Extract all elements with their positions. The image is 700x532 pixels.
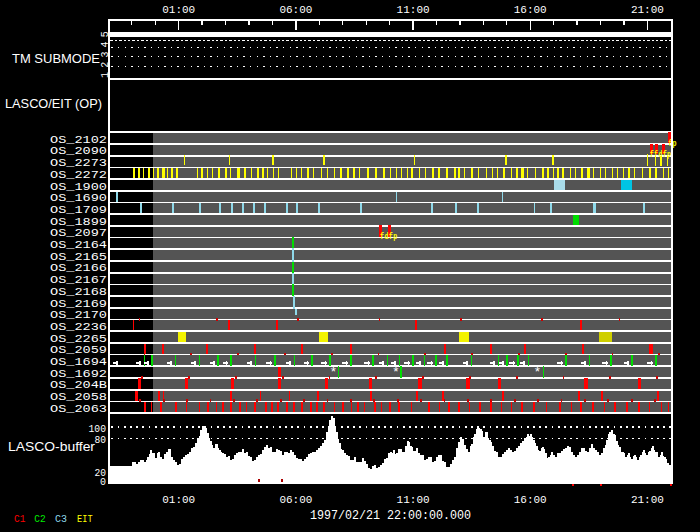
svg-text:p: p <box>673 138 677 149</box>
svg-text:LASCO/EIT (OP): LASCO/EIT (OP) <box>5 97 102 111</box>
svg-text:01:00: 01:00 <box>162 4 195 16</box>
svg-text:06:00: 06:00 <box>279 4 312 16</box>
svg-text:11:00: 11:00 <box>397 494 430 506</box>
svg-text:*: * <box>330 365 338 380</box>
svg-text:TM SUBMODE: TM SUBMODE <box>12 52 100 66</box>
svg-text:21:00: 21:00 <box>631 494 664 506</box>
svg-text:EIT: EIT <box>77 513 93 525</box>
svg-text:p: p <box>393 231 397 242</box>
svg-text:21:00: 21:00 <box>631 4 664 16</box>
svg-text:*: * <box>392 365 400 380</box>
svg-text:11:00: 11:00 <box>397 4 430 16</box>
svg-text:1997/02/21 22:00:00.000: 1997/02/21 22:00:00.000 <box>310 508 471 523</box>
svg-text:16:00: 16:00 <box>514 494 547 506</box>
svg-text:06:00: 06:00 <box>279 494 312 506</box>
svg-text:C3: C3 <box>55 513 67 525</box>
svg-text:01:00: 01:00 <box>162 494 195 506</box>
svg-text:*: * <box>534 365 542 380</box>
svg-text:0: 0 <box>100 476 106 488</box>
svg-text:LASCO-buffer: LASCO-buffer <box>8 440 95 454</box>
svg-text:100: 100 <box>89 423 107 435</box>
svg-text:16:00: 16:00 <box>514 4 547 16</box>
svg-text:C2: C2 <box>34 513 45 525</box>
svg-text:C1: C1 <box>14 513 26 525</box>
svg-text:OS_2063: OS_2063 <box>50 402 107 415</box>
svg-text:80: 80 <box>95 434 107 446</box>
